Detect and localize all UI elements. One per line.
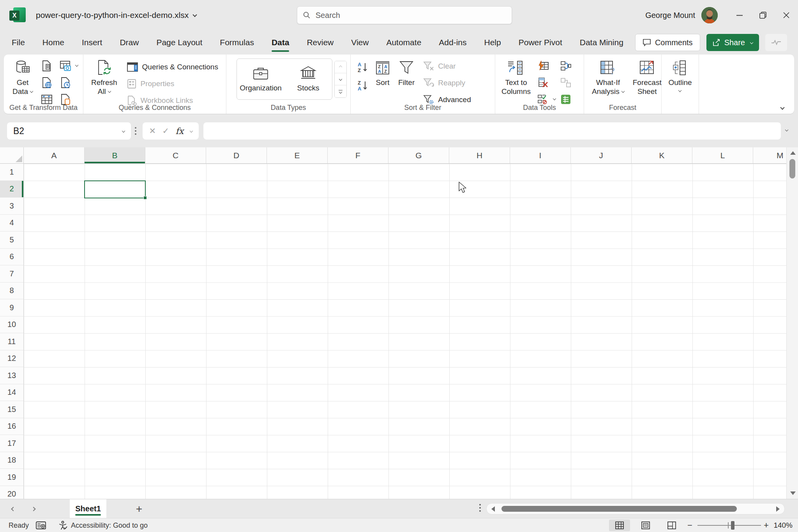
- scroll-down-icon[interactable]: [790, 491, 796, 495]
- row-header-14[interactable]: 14: [0, 384, 23, 401]
- gallery-scroll-up-button[interactable]: [335, 61, 346, 73]
- tab-data[interactable]: Data: [272, 38, 290, 47]
- column-header-m[interactable]: M: [753, 147, 786, 163]
- from-text-csv-button[interactable]: [40, 59, 54, 72]
- add-sheet-button[interactable]: +: [131, 499, 147, 518]
- tab-review[interactable]: Review: [307, 38, 334, 47]
- column-header-b[interactable]: B: [85, 147, 145, 163]
- consolidate-button[interactable]: [559, 59, 573, 72]
- flash-fill-button[interactable]: [536, 59, 550, 72]
- select-all-corner[interactable]: [0, 147, 24, 163]
- search-box[interactable]: [297, 6, 512, 24]
- sheet-tab-sheet1[interactable]: Sheet1: [70, 499, 106, 518]
- tab-formulas[interactable]: Formulas: [220, 38, 254, 47]
- sheet-nav-prev-button[interactable]: [5, 499, 21, 518]
- remove-duplicates-button[interactable]: [536, 76, 550, 89]
- formula-bar-expand-icon[interactable]: [785, 128, 788, 131]
- row-header-13[interactable]: 13: [0, 367, 23, 384]
- text-to-columns-button[interactable]: Text to Columns: [499, 58, 533, 97]
- enter-icon[interactable]: ✓: [162, 126, 169, 136]
- scroll-up-icon[interactable]: [790, 151, 796, 155]
- from-web-button[interactable]: [40, 76, 54, 89]
- clear-filter-button[interactable]: Clear: [420, 58, 474, 74]
- tab-help[interactable]: Help: [484, 38, 501, 47]
- vertical-scroll-thumb[interactable]: [789, 159, 795, 179]
- minimize-button[interactable]: [728, 0, 751, 30]
- tab-automate[interactable]: Automate: [386, 38, 421, 47]
- relationships-button[interactable]: [559, 76, 573, 89]
- data-type-stocks[interactable]: Stocks: [284, 59, 332, 99]
- column-header-f[interactable]: F: [328, 147, 388, 163]
- selected-cell-b2[interactable]: [84, 180, 146, 198]
- tab-view[interactable]: View: [351, 38, 369, 47]
- activity-button[interactable]: [765, 34, 787, 51]
- fx-chevron-icon[interactable]: [189, 129, 192, 133]
- user-name[interactable]: George Mount: [645, 11, 695, 20]
- cancel-icon[interactable]: ✕: [149, 126, 156, 136]
- tab-data-mining[interactable]: Data Mining: [580, 38, 623, 47]
- tab-draw[interactable]: Draw: [120, 38, 139, 47]
- formula-bar-splitter[interactable]: [135, 122, 136, 140]
- row-header-10[interactable]: 10: [0, 316, 23, 334]
- what-if-analysis-button[interactable]: ? What-If Analysis: [590, 58, 627, 97]
- row-header-2[interactable]: 2: [0, 181, 23, 198]
- queries-connections-button[interactable]: Queries & Connections: [124, 58, 221, 75]
- tab-bar-splitter[interactable]: [479, 504, 481, 512]
- normal-view-button[interactable]: [609, 520, 630, 531]
- column-header-j[interactable]: J: [571, 147, 632, 163]
- tab-file[interactable]: File: [12, 38, 25, 47]
- column-header-d[interactable]: D: [206, 147, 267, 163]
- row-header-8[interactable]: 8: [0, 283, 23, 300]
- tab-add-ins[interactable]: Add-ins: [439, 38, 466, 47]
- formula-input[interactable]: [203, 122, 781, 140]
- search-input[interactable]: [316, 11, 506, 20]
- insert-function-button[interactable]: fx: [176, 126, 184, 136]
- horizontal-scrollbar[interactable]: [486, 503, 785, 514]
- data-type-organization[interactable]: Organization: [237, 59, 284, 99]
- ribbon-collapse-icon[interactable]: [780, 105, 784, 110]
- gallery-scroll-down-button[interactable]: [335, 73, 346, 85]
- share-button[interactable]: Share: [706, 34, 759, 51]
- page-layout-view-button[interactable]: [635, 520, 656, 531]
- sort-descending-button[interactable]: ZA: [355, 79, 369, 92]
- page-break-preview-button[interactable]: [661, 520, 682, 531]
- properties-button[interactable]: Properties: [124, 75, 221, 92]
- gallery-more-button[interactable]: [335, 85, 346, 97]
- vertical-scrollbar[interactable]: [786, 147, 798, 499]
- from-picture-button[interactable]: [58, 59, 72, 72]
- fill-handle[interactable]: [143, 196, 147, 200]
- column-header-l[interactable]: L: [692, 147, 753, 163]
- excel-app-icon[interactable]: X: [9, 7, 26, 24]
- sheet-nav-next-button[interactable]: [26, 499, 41, 518]
- column-header-k[interactable]: K: [632, 147, 692, 163]
- row-header-16[interactable]: 16: [0, 418, 23, 435]
- column-header-c[interactable]: C: [145, 147, 206, 163]
- row-header-11[interactable]: 11: [0, 333, 23, 350]
- column-header-a[interactable]: A: [24, 147, 85, 163]
- row-header-5[interactable]: 5: [0, 232, 23, 249]
- outline-button[interactable]: Outline: [666, 58, 694, 93]
- row-header-6[interactable]: 6: [0, 249, 23, 266]
- zoom-level[interactable]: 140%: [766, 518, 794, 532]
- row-header-17[interactable]: 17: [0, 435, 23, 452]
- scroll-right-icon[interactable]: [776, 506, 780, 512]
- tab-home[interactable]: Home: [42, 38, 64, 47]
- column-header-e[interactable]: E: [267, 147, 328, 163]
- comments-button[interactable]: Comments: [635, 34, 700, 51]
- recent-sources-button[interactable]: [58, 76, 72, 89]
- row-header-12[interactable]: 12: [0, 350, 23, 368]
- column-header-g[interactable]: G: [388, 147, 449, 163]
- column-header-i[interactable]: I: [510, 147, 571, 163]
- tab-page-layout[interactable]: Page Layout: [156, 38, 202, 47]
- zoom-slider-track[interactable]: [697, 525, 761, 526]
- row-header-20[interactable]: 20: [0, 486, 23, 499]
- reapply-filter-button[interactable]: Reapply: [420, 74, 474, 91]
- row-header-1[interactable]: 1: [0, 164, 23, 181]
- scroll-left-icon[interactable]: [491, 506, 495, 512]
- name-box[interactable]: B2: [7, 122, 131, 140]
- sort-button[interactable]: ZAAZ Sort: [373, 58, 393, 88]
- accessibility-status[interactable]: Accessibility: Good to go: [58, 518, 148, 532]
- avatar[interactable]: [701, 7, 718, 23]
- row-header-9[interactable]: 9: [0, 299, 23, 316]
- horizontal-scroll-thumb[interactable]: [501, 506, 737, 512]
